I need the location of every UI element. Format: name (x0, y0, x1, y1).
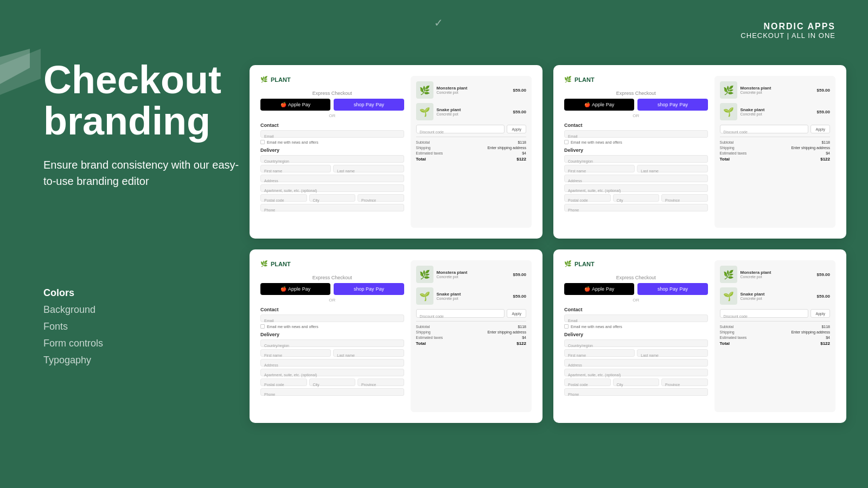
card-1-logo: 🌿PLANT (260, 76, 404, 83)
shop-pay-btn-1[interactable]: shop Pay Pay (334, 99, 404, 111)
brand-subtitle: CHECKOUT | ALL IN ONE (741, 31, 835, 40)
checkout-preview-3: 🌿PLANT Express Checkout 🍎Apple Pay shop … (250, 249, 542, 423)
or-1: OR (260, 113, 404, 118)
preview-grid: 🌿PLANT Express Checkout 🍎Apple Pay shop … (250, 65, 846, 423)
apt-field-2[interactable]: Apartment, suite, etc. (optional) (564, 184, 708, 192)
email-field-2[interactable]: Email (564, 130, 708, 138)
apple-pay-btn-3[interactable]: 🍎Apple Pay (260, 283, 330, 295)
discount-field-3[interactable]: Discount code (416, 309, 505, 318)
postal-field-3[interactable]: Postal code (260, 378, 307, 386)
email-field-3[interactable]: Email (260, 314, 404, 322)
firstname-field-2[interactable]: First name (564, 165, 635, 172)
discount-field-2[interactable]: Discount code (720, 125, 809, 133)
card-2-logo: 🌿PLANT (564, 76, 708, 83)
apply-btn-1[interactable]: Apply (507, 125, 526, 133)
brand-header: NORDIC APPS CHECKOUT | ALL IN ONE (741, 22, 835, 40)
province-field-3[interactable]: Province (358, 378, 404, 386)
checkout-preview-4: 🌿PLANT Express Checkout 🍎Apple Pay shop … (553, 249, 846, 423)
card-4-summary: 🌿 Monstera plant Concrete pot $59.00 🌱 S… (714, 260, 835, 412)
card-3-express: Express Checkout 🍎Apple Pay shop Pay Pay… (260, 275, 404, 303)
apple-pay-btn-2[interactable]: 🍎Apple Pay (564, 99, 634, 111)
card-2-form: 🌿PLANT Express Checkout 🍎Apple Pay shop … (564, 76, 708, 228)
province-field-4[interactable]: Province (661, 378, 708, 386)
apple-pay-btn-4[interactable]: 🍎Apple Pay (564, 283, 634, 295)
city-field-3[interactable]: City (309, 378, 356, 386)
delivery-title-3: Delivery (260, 332, 404, 337)
province-field-1[interactable]: Province (358, 194, 404, 202)
card-3-logo: 🌿PLANT (260, 260, 404, 267)
discount-field-1[interactable]: Discount code (416, 125, 505, 133)
contact-title-2: Contact (564, 123, 708, 128)
nav-form-controls[interactable]: Form controls (43, 338, 103, 349)
country-field-4[interactable]: Country/region (564, 339, 708, 347)
email-field-4[interactable]: Email (564, 314, 708, 322)
checkbox-label-4: Email me with news and offers (571, 325, 622, 329)
city-field-4[interactable]: City (613, 378, 660, 386)
apply-btn-3[interactable]: Apply (507, 309, 526, 318)
province-field-2[interactable]: Province (661, 194, 708, 202)
firstname-field-4[interactable]: First name (564, 349, 635, 357)
shop-pay-btn-3[interactable]: shop Pay Pay (334, 283, 404, 295)
apply-btn-2[interactable]: Apply (810, 125, 830, 133)
card-1-express: Express Checkout 🍎Apple Pay shop Pay Pay… (260, 91, 404, 118)
checkbox-3[interactable] (260, 324, 265, 329)
city-field-1[interactable]: City (309, 194, 356, 202)
nav-typography[interactable]: Typogaphy (43, 355, 103, 366)
checkbox-2[interactable] (564, 140, 569, 144)
product-4-1: 🌿 Monstera plant Concrete pot $59.00 (720, 266, 830, 283)
checkbox-4[interactable] (564, 324, 569, 329)
product-img-2-2: 🌱 (720, 103, 737, 120)
product-img-1-2: 🌱 (416, 103, 433, 120)
shop-pay-btn-4[interactable]: shop Pay Pay (637, 283, 707, 295)
product-4-2: 🌱 Snake plant Concrete pot $59.00 (720, 287, 830, 305)
summary-lines-2: Subtotal $118 Shipping Enter shipping ad… (720, 137, 830, 162)
product-img-3-2: 🌱 (416, 287, 433, 305)
discount-field-4[interactable]: Discount code (720, 309, 809, 318)
shop-pay-btn-2[interactable]: shop Pay Pay (637, 99, 707, 111)
apple-pay-btn-1[interactable]: 🍎Apple Pay (260, 99, 330, 111)
brand-name: NORDIC APPS (741, 22, 835, 31)
postal-field-4[interactable]: Postal code (564, 378, 611, 386)
firstname-field-3[interactable]: First name (260, 349, 331, 357)
contact-title-4: Contact (564, 307, 708, 312)
apt-field-4[interactable]: Apartment, suite, etc. (optional) (564, 369, 708, 376)
product-img-4-1: 🌿 (720, 266, 737, 283)
checkbox-1[interactable] (260, 140, 265, 144)
geometric-decoration (0, 49, 41, 95)
product-2-1: 🌿 Monstera plant Concrete pot $59.00 (720, 81, 830, 99)
lastname-field-4[interactable]: Last name (637, 349, 707, 357)
card-3-form: 🌿PLANT Express Checkout 🍎Apple Pay shop … (260, 260, 404, 412)
country-field-3[interactable]: Country/region (260, 339, 404, 347)
nav-fonts[interactable]: Fonts (43, 321, 103, 332)
product-img-2-1: 🌿 (720, 81, 737, 99)
card-4-form: 🌿PLANT Express Checkout 🍎Apple Pay shop … (564, 260, 708, 412)
lastname-field-3[interactable]: Last name (333, 349, 404, 357)
checkbox-label-3: Email me with news and offers (267, 325, 318, 329)
or-2: OR (564, 113, 708, 118)
nav-links: Colors Background Fonts Form controls Ty… (43, 287, 103, 371)
delivery-title-2: Delivery (564, 147, 708, 153)
contact-title-3: Contact (260, 307, 404, 312)
express-label-2: Express Checkout (564, 91, 708, 96)
apply-btn-4[interactable]: Apply (810, 309, 830, 318)
nav-colors[interactable]: Colors (43, 287, 103, 299)
apt-field-3[interactable]: Apartment, suite, etc. (optional) (260, 369, 404, 376)
firstname-field-1[interactable]: First name (260, 165, 331, 172)
apt-field-1[interactable]: Apartment, suite, etc. (optional) (260, 184, 404, 192)
postal-field-1[interactable]: Postal code (260, 194, 307, 202)
product-3-2: 🌱 Snake plant Concrete pot $59.00 (416, 287, 526, 305)
country-field-1[interactable]: Country/region (260, 155, 404, 163)
lastname-field-2[interactable]: Last name (637, 165, 707, 172)
contact-title-1: Contact (260, 123, 404, 128)
nav-background[interactable]: Background (43, 304, 103, 316)
summary-lines-1: Subtotal $118 Shipping Enter shipping ad… (416, 137, 526, 162)
email-field-1[interactable]: Email (260, 130, 404, 138)
express-label-4: Express Checkout (564, 275, 708, 280)
card-2-summary: 🌿 Monstera plant Concrete pot $59.00 🌱 S… (714, 76, 835, 228)
country-field-2[interactable]: Country/region (564, 155, 708, 163)
check-decoration: ✓ (434, 16, 443, 29)
product-1-1: 🌿 Monstera plant Concrete pot $59.00 (416, 81, 526, 99)
lastname-field-1[interactable]: Last name (333, 165, 404, 172)
city-field-2[interactable]: City (613, 194, 660, 202)
postal-field-2[interactable]: Postal code (564, 194, 611, 202)
